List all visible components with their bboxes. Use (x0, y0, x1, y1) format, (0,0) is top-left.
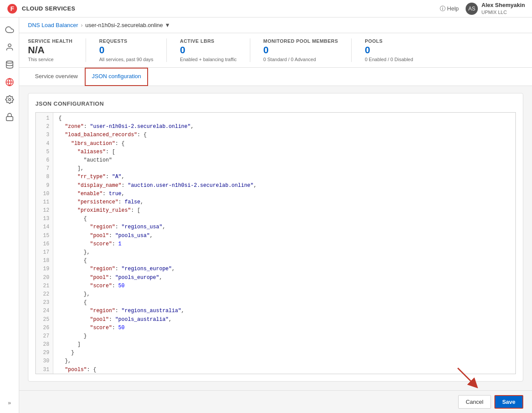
tab-bar: Service overview JSON configuration (19, 68, 532, 86)
line-number-18: 18 (39, 257, 49, 265)
line-number-28: 28 (39, 341, 49, 349)
brand-area: F CLOUD SERVICES (7, 3, 75, 14)
stat-requests-label: REQUESTS (99, 38, 153, 44)
help-icon: ⓘ (440, 5, 446, 13)
user-org: UPMIX LLC (481, 9, 525, 15)
line-number-4: 4 (39, 140, 49, 148)
sidebar-item-cloud[interactable] (0, 21, 19, 38)
stat-active-lbrs-label: ACTIVE LBRS (180, 38, 237, 44)
user-details: Alex Shemyakin UPMIX LLC (481, 2, 525, 15)
content-area: DNS Load Balancer › user-n1h0si-2.secure… (19, 17, 532, 413)
line-number-8: 8 (39, 173, 49, 181)
brand-logo: F (7, 3, 17, 14)
json-config-panel: JSON CONFIGURATION 1 2 3 4 5 6 7 8 9 10 … (28, 93, 523, 382)
line-number-5: 5 (39, 148, 49, 156)
line-number-6: 6 (39, 156, 49, 165)
avatar-initials: AS (468, 6, 475, 12)
line-number-29: 29 (39, 349, 49, 357)
line-number-3: 3 (39, 131, 49, 139)
line-number-10: 10 (39, 190, 49, 198)
svg-point-6 (8, 99, 10, 101)
line-number-16: 16 (39, 240, 49, 248)
line-number-20: 20 (39, 274, 49, 282)
sidebar-item-lock[interactable] (0, 108, 19, 126)
line-numbers: 1 2 3 4 5 6 7 8 9 10 11 12 13 14 15 16 1… (36, 113, 53, 374)
line-number-13: 13 (39, 215, 49, 223)
help-button[interactable]: ⓘ Help (440, 5, 459, 13)
brand-title: CLOUD SERVICES (22, 5, 75, 12)
line-number-25: 25 (39, 316, 49, 324)
line-number-27: 27 (39, 332, 49, 341)
stat-pools-desc: 0 Enabled / 0 Disabled (365, 57, 413, 62)
stat-active-lbrs: ACTIVE LBRS 0 Enabled + balancing traffi… (180, 38, 250, 62)
line-number-15: 15 (39, 232, 49, 240)
line-number-19: 19 (39, 265, 49, 273)
main-layout: » DNS Load Balancer › user-n1h0si-2.secu… (0, 17, 532, 413)
line-number-30: 30 (39, 357, 49, 365)
breadcrumb-dropdown-arrow[interactable]: ▼ (165, 22, 170, 28)
sidebar-collapse[interactable]: » (8, 396, 11, 410)
line-number-17: 17 (39, 248, 49, 257)
line-number-31: 31 (39, 366, 49, 374)
sidebar-item-database[interactable] (0, 56, 19, 73)
stats-bar: SERVICE HEALTH N/A This service REQUESTS… (19, 33, 532, 68)
stat-monitored-pool: MONITORED POOL MEMBERS 0 0 Standard / 0 … (263, 38, 352, 62)
breadcrumb-current-label: user-n1h0si-2.securelab.online (85, 22, 163, 28)
code-content[interactable]: { "zone": "user-n1h0si-2.securelab.onlin… (53, 113, 515, 374)
stat-pools-value: 0 (365, 45, 413, 56)
breadcrumb-current: user-n1h0si-2.securelab.online ▼ (85, 22, 170, 28)
tab-json-configuration[interactable]: JSON configuration (85, 68, 148, 86)
stat-pools: POOLS 0 0 Enabled / 0 Disabled (365, 38, 426, 62)
line-number-1: 1 (39, 114, 49, 123)
tab-service-overview[interactable]: Service overview (28, 68, 85, 86)
sidebar-item-globe[interactable] (0, 73, 19, 91)
code-editor[interactable]: 1 2 3 4 5 6 7 8 9 10 11 12 13 14 15 16 1… (35, 112, 516, 374)
line-number-12: 12 (39, 206, 49, 215)
json-config-area: JSON CONFIGURATION 1 2 3 4 5 6 7 8 9 10 … (19, 86, 532, 390)
line-number-14: 14 (39, 223, 49, 231)
stat-service-health-label: SERVICE HEALTH (28, 38, 73, 44)
stat-monitored-pool-value: 0 (263, 45, 338, 56)
svg-point-2 (8, 44, 11, 47)
top-nav-right: ⓘ Help AS Alex Shemyakin UPMIX LLC (440, 2, 525, 15)
avatar: AS (466, 3, 478, 15)
line-number-7: 7 (39, 165, 49, 173)
top-nav: F CLOUD SERVICES ⓘ Help AS Alex Shemyaki… (0, 0, 532, 17)
breadcrumb-parent[interactable]: DNS Load Balancer (28, 22, 78, 28)
line-number-23: 23 (39, 299, 49, 307)
stat-service-health-value: N/A (28, 45, 73, 56)
stat-requests: REQUESTS 0 All services, past 90 days (99, 38, 167, 62)
tab-json-configuration-label: JSON configuration (92, 73, 141, 79)
line-number-21: 21 (39, 282, 49, 290)
line-number-9: 9 (39, 182, 49, 190)
collapse-icon: » (8, 399, 11, 406)
stat-monitored-pool-label: MONITORED POOL MEMBERS (263, 38, 338, 44)
line-number-26: 26 (39, 324, 49, 332)
bottom-action-bar: Cancel Save (19, 390, 532, 413)
breadcrumb-separator: › (81, 22, 83, 28)
stat-pools-label: POOLS (365, 38, 413, 44)
breadcrumb: DNS Load Balancer › user-n1h0si-2.secure… (19, 17, 532, 33)
sidebar: » (0, 17, 19, 413)
sidebar-bottom: » (8, 396, 11, 410)
svg-rect-7 (6, 117, 13, 120)
svg-point-3 (6, 61, 13, 63)
help-label: Help (447, 5, 459, 12)
stat-service-health: SERVICE HEALTH N/A This service (28, 38, 86, 62)
sidebar-item-user[interactable] (0, 38, 19, 56)
sidebar-item-settings[interactable] (0, 91, 19, 108)
line-number-11: 11 (39, 198, 49, 206)
user-info: AS Alex Shemyakin UPMIX LLC (466, 2, 525, 15)
save-button[interactable]: Save (494, 395, 523, 409)
stat-active-lbrs-value: 0 (180, 45, 237, 56)
tab-service-overview-label: Service overview (35, 73, 78, 79)
stat-monitored-pool-desc: 0 Standard / 0 Advanced (263, 57, 338, 62)
stat-active-lbrs-desc: Enabled + balancing traffic (180, 57, 237, 62)
json-config-title: JSON CONFIGURATION (35, 100, 516, 107)
line-number-24: 24 (39, 307, 49, 315)
line-number-2: 2 (39, 123, 49, 131)
user-name: Alex Shemyakin (481, 2, 525, 9)
stat-service-health-desc: This service (28, 57, 73, 62)
stat-requests-desc: All services, past 90 days (99, 57, 153, 62)
cancel-button[interactable]: Cancel (458, 395, 491, 409)
